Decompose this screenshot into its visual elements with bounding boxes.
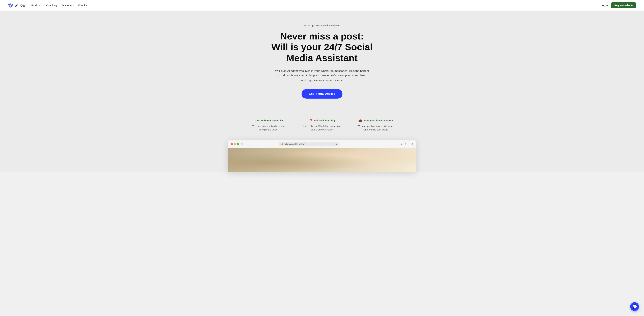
share-icon[interactable]: ⬆ xyxy=(404,143,406,146)
download-icon[interactable]: ⬇ xyxy=(400,143,402,146)
logo[interactable]: willow xyxy=(8,3,25,8)
ask-icon: ❓ xyxy=(309,119,313,122)
chevron-down-icon: ▾ xyxy=(73,4,74,6)
hero-title: Never miss a post:Will is your 24/7 Soci… xyxy=(263,31,381,63)
forward-button[interactable]: › xyxy=(247,143,247,145)
traffic-lights xyxy=(231,143,239,145)
chat-icon: 💬 xyxy=(632,304,637,309)
feature-ask: ❓ Ask Will anything He's only one WhatsA… xyxy=(302,119,342,132)
feature-ask-title: Ask Will anything xyxy=(314,119,335,122)
feature-ask-header: ❓ Ask Will anything xyxy=(302,119,342,122)
feature-write-header: 🗒️ Write better posts, fast xyxy=(248,119,288,122)
hero-subtitle: Will is an AI agent who lives in your Wh… xyxy=(275,69,369,83)
navbar: willow Product ▾ Coaching Academy ▾ Eboo… xyxy=(0,0,644,11)
svg-point-2 xyxy=(12,4,13,6)
traffic-light-yellow xyxy=(234,143,236,145)
nav-link-coaching[interactable]: Coaching xyxy=(46,4,57,7)
save-icon: 💼 xyxy=(358,119,362,122)
hero-eyebrow: WhatsApp Social Media Assistant xyxy=(3,24,641,27)
svg-point-0 xyxy=(8,4,10,6)
copy-icon[interactable]: ⧉ xyxy=(412,143,413,146)
browser-mockup: ⊞ ‹ › 🔒 willow.co/will-by-willow ↻ ⬇ ⬆ +… xyxy=(228,140,416,172)
window-btn: ⊞ xyxy=(241,143,243,145)
reload-icon[interactable]: ↻ xyxy=(336,143,337,145)
nav-left: willow Product ▾ Coaching Academy ▾ Eboo… xyxy=(8,3,87,8)
feature-ask-desc: He's only one WhatsApp away from helping… xyxy=(302,124,342,132)
traffic-light-red xyxy=(231,143,233,145)
features-section: 🗒️ Write better posts, fast Write semi-a… xyxy=(0,109,644,138)
nav-links: Product ▾ Coaching Academy ▾ Ebook ▾ xyxy=(31,4,87,7)
feature-save-header: 💼 Save your ideas anytime xyxy=(356,119,396,122)
nav-link-academy[interactable]: Academy ▾ xyxy=(62,4,74,7)
browser-actions: ⬇ ⬆ + ⧉ xyxy=(400,143,413,146)
address-bar[interactable]: 🔒 willow.co/will-by-willow ↻ xyxy=(279,142,339,146)
chat-bubble-button[interactable]: 💬 xyxy=(630,302,639,311)
hero-section: WhatsApp Social Media Assistant Never mi… xyxy=(0,11,644,109)
browser-content xyxy=(228,148,416,172)
nav-link-product[interactable]: Product ▾ xyxy=(31,4,42,7)
traffic-light-green xyxy=(237,143,239,145)
feature-write-title: Write better posts, fast xyxy=(257,119,284,122)
get-priority-access-button[interactable]: Get Priority Access xyxy=(302,89,342,99)
browser-toolbar: ⊞ ‹ › 🔒 willow.co/will-by-willow ↻ ⬇ ⬆ +… xyxy=(228,140,416,148)
logo-icon xyxy=(8,3,14,8)
feature-save: 💼 Save your ideas anytime When inspirati… xyxy=(356,119,396,132)
browser-page-preview xyxy=(228,148,416,172)
feature-save-title: Save your ideas anytime xyxy=(364,119,393,122)
lock-icon: 🔒 xyxy=(281,143,284,145)
nav-link-ebook[interactable]: Ebook ▾ xyxy=(78,4,87,7)
login-button[interactable]: Log in xyxy=(601,4,608,7)
chevron-down-icon: ▾ xyxy=(86,4,87,6)
feature-write-desc: Write semi-automatically without losing … xyxy=(248,124,288,132)
browser-nav-buttons: ‹ › xyxy=(245,143,248,145)
add-tab-icon[interactable]: + xyxy=(408,143,410,146)
back-button[interactable]: ‹ xyxy=(245,143,245,145)
feature-save-desc: When inspiration strikes, Will is on-han… xyxy=(356,124,396,132)
feature-write: 🗒️ Write better posts, fast Write semi-a… xyxy=(248,119,288,132)
nav-right: Log in Request a demo xyxy=(601,2,636,9)
browser-mockup-wrapper: ⊞ ‹ › 🔒 willow.co/will-by-willow ↻ ⬇ ⬆ +… xyxy=(0,138,644,172)
chevron-down-icon: ▾ xyxy=(41,4,42,6)
request-demo-button[interactable]: Request a demo xyxy=(611,2,636,9)
write-icon: 🗒️ xyxy=(252,119,256,122)
url-text: willow.co/will-by-willow xyxy=(284,143,304,145)
svg-point-4 xyxy=(11,5,12,7)
svg-point-3 xyxy=(9,5,10,7)
logo-text: willow xyxy=(15,3,25,8)
svg-point-1 xyxy=(10,3,12,5)
svg-point-5 xyxy=(10,7,11,8)
